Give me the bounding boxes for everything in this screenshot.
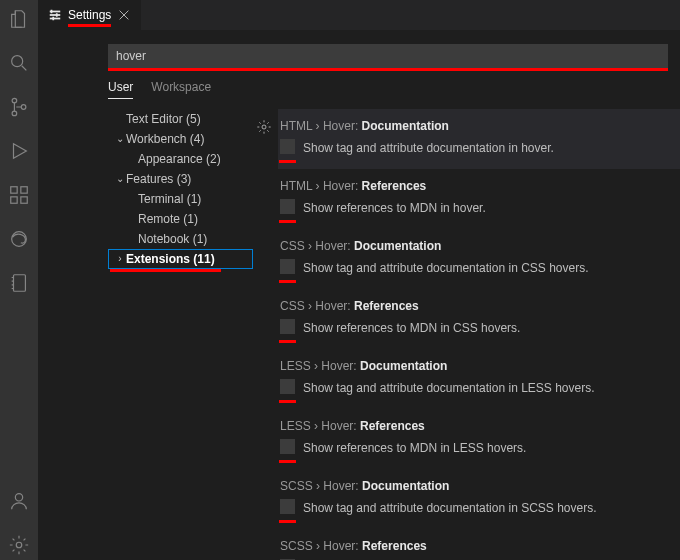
svg-rect-7 — [21, 197, 27, 203]
svg-rect-5 — [21, 187, 27, 193]
gear-icon[interactable] — [8, 534, 30, 560]
svg-rect-13 — [50, 14, 61, 16]
setting-item[interactable]: CSS › Hover: Documentation Show tag and … — [278, 229, 680, 289]
svg-point-0 — [12, 56, 23, 67]
source-control-icon[interactable] — [8, 96, 30, 122]
extensions-icon[interactable] — [8, 184, 30, 210]
scope-workspace[interactable]: Workspace — [151, 80, 211, 99]
scope-tabs: User Workspace — [108, 80, 680, 99]
checkbox[interactable] — [280, 199, 295, 214]
settings-tab-icon — [48, 8, 62, 22]
checkbox[interactable] — [280, 439, 295, 454]
svg-rect-15 — [51, 10, 53, 14]
svg-point-1 — [12, 98, 17, 103]
edge-icon[interactable] — [8, 228, 30, 254]
setting-item[interactable]: SCSS › Hover: References Show references… — [278, 529, 680, 560]
files-icon[interactable] — [8, 8, 30, 34]
tab-title: Settings — [68, 8, 111, 22]
editor-area: Settings User Workspace Text Editor (5) … — [38, 0, 680, 560]
setting-desc: Show references to MDN in LESS hovers. — [303, 441, 526, 455]
settings-editor: User Workspace Text Editor (5) ⌄Workbenc… — [38, 30, 680, 560]
settings-list: HTML › Hover: Documentation Show tag and… — [253, 109, 680, 560]
svg-rect-9 — [14, 275, 26, 292]
svg-point-2 — [12, 111, 17, 116]
tree-item-terminal[interactable]: Terminal (1) — [108, 189, 253, 209]
tree-item-workbench[interactable]: ⌄Workbench (4) — [108, 129, 253, 149]
checkbox[interactable] — [280, 319, 295, 334]
tree-item-notebook[interactable]: Notebook (1) — [108, 229, 253, 249]
notebook-icon[interactable] — [8, 272, 30, 298]
tree-item-appearance[interactable]: Appearance (2) — [108, 149, 253, 169]
svg-rect-6 — [11, 197, 17, 203]
scope-user[interactable]: User — [108, 80, 133, 99]
setting-item[interactable]: SCSS › Hover: Documentation Show tag and… — [278, 469, 680, 529]
checkbox[interactable] — [280, 259, 295, 274]
checkbox[interactable] — [280, 499, 295, 514]
tree-item-text-editor[interactable]: Text Editor (5) — [108, 109, 253, 129]
search-icon[interactable] — [8, 52, 30, 78]
close-icon[interactable] — [117, 8, 131, 22]
tree-item-extensions[interactable]: ›Extensions (11) — [108, 249, 253, 269]
svg-rect-17 — [52, 17, 54, 21]
setting-item[interactable]: LESS › Hover: Documentation Show tag and… — [278, 349, 680, 409]
setting-desc: Show references to MDN in hover. — [303, 201, 486, 215]
settings-tree: Text Editor (5) ⌄Workbench (4) Appearanc… — [108, 109, 253, 560]
tree-item-features[interactable]: ⌄Features (3) — [108, 169, 253, 189]
svg-point-10 — [15, 494, 22, 501]
svg-rect-16 — [56, 13, 58, 17]
setting-desc: Show tag and attribute documentation in … — [303, 141, 554, 155]
activity-bar — [0, 0, 38, 560]
setting-item[interactable]: CSS › Hover: References Show references … — [278, 289, 680, 349]
svg-point-11 — [16, 542, 22, 548]
tab-settings[interactable]: Settings — [38, 0, 141, 30]
checkbox[interactable] — [280, 139, 295, 154]
debug-icon[interactable] — [8, 140, 30, 166]
setting-desc: Show tag and attribute documentation in … — [303, 501, 597, 515]
setting-gear-icon[interactable] — [256, 119, 272, 135]
setting-item[interactable]: HTML › Hover: Documentation Show tag and… — [278, 109, 680, 169]
setting-item[interactable]: LESS › Hover: References Show references… — [278, 409, 680, 469]
svg-point-3 — [21, 105, 26, 110]
tree-item-remote[interactable]: Remote (1) — [108, 209, 253, 229]
checkbox[interactable] — [280, 379, 295, 394]
setting-desc: Show tag and attribute documentation in … — [303, 261, 589, 275]
settings-search — [108, 44, 668, 68]
setting-desc: Show tag and attribute documentation in … — [303, 381, 595, 395]
setting-item[interactable]: HTML › Hover: References Show references… — [278, 169, 680, 229]
setting-desc: Show references to MDN in CSS hovers. — [303, 321, 520, 335]
search-input[interactable] — [108, 44, 668, 68]
svg-point-18 — [262, 125, 266, 129]
tab-bar: Settings — [38, 0, 680, 30]
svg-rect-14 — [50, 18, 61, 20]
account-icon[interactable] — [8, 490, 30, 516]
svg-rect-4 — [11, 187, 17, 193]
